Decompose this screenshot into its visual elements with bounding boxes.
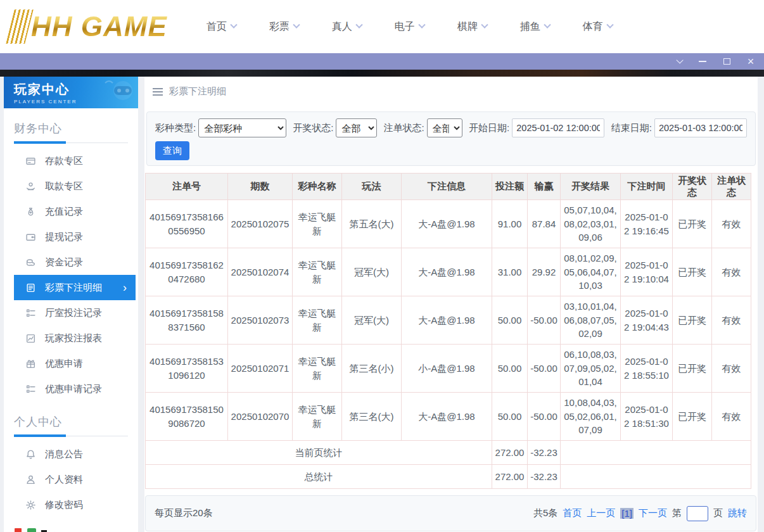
summary-empty-cell	[561, 465, 751, 489]
filter-row: 彩种类型: 全部彩种 开奖状态: 全部 注单状态: 全部 开始日期: 结束日期:	[155, 118, 747, 137]
draw-status-select[interactable]: 全部	[336, 118, 377, 137]
sidebar-section-title: 个人中心	[14, 414, 128, 429]
cutoff-app-icon-red[interactable]	[14, 528, 22, 532]
bell-icon	[25, 449, 36, 460]
start-date-input[interactable]	[512, 118, 604, 137]
breadcrumb: 彩票下注明细	[144, 77, 758, 106]
summary-bet-total: 272.00	[492, 465, 528, 489]
close-button[interactable]: ×	[746, 57, 755, 66]
nav-item-label: 首页	[207, 20, 227, 34]
next-page-link[interactable]: 下一页	[639, 507, 667, 519]
sidebar-header: 玩家中心 PLAYERS CENTER	[4, 77, 138, 108]
table-cell: 冠军(大)	[342, 296, 402, 345]
collapse-chevron-icon[interactable]	[674, 57, 683, 66]
page-jump-input[interactable]	[687, 506, 708, 521]
window-titlebar: ×	[0, 53, 764, 70]
top-nav-bar: HH GAME 首页彩票真人电子棋牌捕鱼体育	[0, 0, 764, 53]
table-cell: 2025-01-02 19:16:45	[621, 200, 673, 248]
hall-bet-record-icon	[25, 308, 36, 319]
table-cell: 幸运飞艇新	[293, 200, 342, 248]
jump-button[interactable]: 跳转	[728, 507, 747, 519]
sidebar-item-label: 充值记录	[45, 206, 83, 218]
nav-item[interactable]: 电子	[395, 20, 424, 34]
bet-detail-table: 注单号期数彩种名称玩法下注信息投注额输赢开奖结果下注时间开奖状态注单状态 401…	[145, 173, 751, 489]
sidebar-item[interactable]: 消息公告	[14, 441, 136, 467]
nav-item[interactable]: 首页	[207, 20, 236, 34]
hamburger-menu-icon[interactable]	[153, 88, 163, 96]
table-cell: 大-A盘@1.98	[402, 248, 492, 296]
sidebar-item[interactable]: 彩票下注明细›	[14, 275, 136, 300]
table-cell: 20250102071	[228, 345, 293, 393]
table-cell: 06,10,08,03,07,09,05,02,01,04	[561, 345, 621, 393]
table-header-row: 注单号期数彩种名称玩法下注信息投注额输赢开奖结果下注时间开奖状态注单状态	[146, 174, 751, 200]
sidebar-item[interactable]: 取款专区	[14, 174, 136, 199]
table-cell: 401569173581531096120	[146, 345, 228, 393]
nav-item[interactable]: 捕鱼	[520, 20, 550, 34]
cutoff-app-icon-green[interactable]	[27, 528, 36, 532]
sidebar-item[interactable]: 优惠申请	[14, 351, 136, 376]
sidebar-item-label: 优惠申请记录	[45, 383, 102, 395]
sidebar-item[interactable]: 优惠申请记录	[14, 376, 136, 402]
end-date-label: 结束日期:	[611, 122, 652, 134]
table-cell: 2025-01-02 19:04:43	[621, 296, 673, 345]
sidebar-item[interactable]: 存款专区	[14, 148, 136, 174]
table-cell: 第三名(大)	[342, 393, 402, 441]
nav-item[interactable]: 真人	[332, 20, 362, 34]
table-cell: 第五名(大)	[342, 200, 402, 248]
sidebar-sections: 财务中心存款专区取款专区充值记录提现记录资金记录彩票下注明细›厅室投注记录玩家投…	[4, 121, 138, 532]
logo-text: HH GAME	[31, 11, 167, 42]
nav-item[interactable]: 棋牌	[457, 20, 487, 34]
sidebar-item-label: 个人资料	[45, 474, 83, 486]
table-cell: 50.00	[492, 345, 528, 393]
funds-record-icon	[25, 257, 36, 268]
nav-item[interactable]: 体育	[583, 20, 613, 34]
search-button[interactable]: 查询	[155, 141, 189, 160]
nav-item[interactable]: 彩票	[269, 20, 299, 34]
sidebar-item[interactable]: 提现记录	[14, 224, 136, 250]
table-cell: 03,10,01,04,06,08,07,05,02,09	[561, 296, 621, 345]
table-cell: 401569173581588371560	[146, 296, 228, 345]
bet-status-select[interactable]: 全部	[427, 118, 462, 137]
workspace: 玩家中心 PLAYERS CENTER 财务中心存款专区取款专区充值记录提现记录…	[0, 77, 764, 532]
end-date-input[interactable]	[654, 118, 747, 137]
table-cell: 已开奖	[673, 296, 712, 345]
sidebar-item[interactable]: 个人资料	[14, 467, 136, 492]
sidebar-item[interactable]: 厅室投注记录	[14, 300, 136, 326]
gear-icon	[25, 500, 36, 510]
page-size-label: 每页显示20条	[155, 507, 213, 519]
column-header: 注单状态	[712, 174, 751, 200]
column-header: 期数	[228, 174, 293, 200]
sidebar-item[interactable]: 修改密码	[14, 492, 136, 517]
main-content: 彩票下注明细 彩种类型: 全部彩种 开奖状态: 全部 注单状态: 全部 开始日期…	[144, 77, 758, 532]
gamepad-icon	[98, 78, 134, 106]
maximize-button[interactable]	[722, 57, 731, 66]
prev-page-link[interactable]: 上一页	[587, 507, 615, 519]
table-cell: 冠军(大)	[342, 248, 402, 296]
table-cell: 大-A盘@1.98	[402, 296, 492, 345]
page-title: 彩票下注明细	[169, 86, 226, 98]
table-row: 40156917358158837156020250102073幸运飞艇新冠军(…	[146, 296, 751, 345]
logo[interactable]: HH GAME	[10, 10, 167, 44]
minimize-button[interactable]	[698, 57, 707, 66]
table-cell: 91.00	[492, 200, 528, 248]
player-report-icon	[25, 333, 36, 344]
banner-strip	[0, 70, 764, 77]
table-cell: 有效	[712, 296, 751, 345]
chevron-down-icon	[676, 56, 683, 63]
sidebar-item-label: 资金记录	[45, 256, 83, 269]
table-cell: 幸运飞艇新	[293, 296, 342, 345]
lottery-type-select[interactable]: 全部彩种	[198, 118, 286, 137]
sidebar-item-label: 取款专区	[45, 180, 83, 193]
sidebar-item[interactable]: 玩家投注报表	[14, 326, 136, 351]
first-page-link[interactable]: 首页	[563, 507, 582, 519]
sidebar: 玩家中心 PLAYERS CENTER 财务中心存款专区取款专区充值记录提现记录…	[4, 77, 138, 532]
sidebar-item[interactable]: 充值记录	[14, 199, 136, 224]
sidebar-item[interactable]: 资金记录	[14, 250, 136, 275]
nav-item-label: 真人	[332, 20, 352, 34]
sidebar-item-label: 消息公告	[45, 448, 83, 460]
table-row: 40156917358150908672020250102070幸运飞艇新第三名…	[146, 393, 751, 441]
nav-item-label: 体育	[583, 20, 603, 34]
main-menu: 首页彩票真人电子棋牌捕鱼体育	[207, 20, 613, 34]
table-cell: 2025-01-02 18:55:10	[621, 345, 673, 393]
section-underline	[14, 142, 128, 143]
